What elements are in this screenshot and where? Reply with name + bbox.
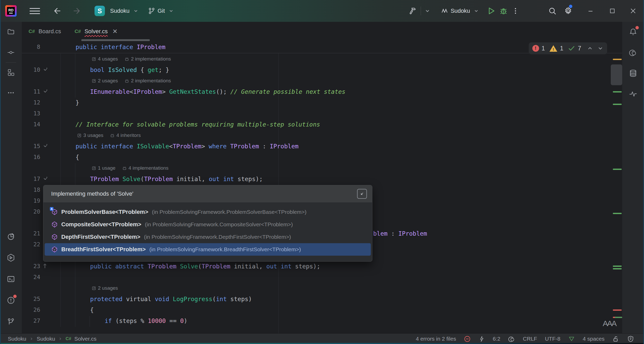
open-as-toolwindow-button[interactable] [357, 189, 367, 199]
line-number: 15 [22, 141, 40, 152]
project-toolwindow-button[interactable] [4, 24, 18, 39]
code-vision-hint[interactable]: 1 usage4 implementations [22, 163, 622, 174]
code-line[interactable]: 15public interface ISolvable<TProblem> w… [22, 141, 622, 152]
line-number: 10 [22, 64, 40, 75]
breadcrumb-file[interactable]: Solver.cs [74, 336, 96, 342]
code-line[interactable]: 10bool IsSolved { get; } [22, 64, 622, 75]
back-button[interactable] [52, 6, 61, 15]
run-button[interactable] [487, 4, 495, 18]
error-summary[interactable]: 4 errors in 2 files [416, 336, 456, 342]
fold-marker-icon[interactable] [43, 176, 48, 181]
error-stripe-mark[interactable] [613, 213, 622, 214]
chevron-down-icon [133, 8, 138, 14]
tab-close-icon[interactable]: ✕ [112, 28, 118, 35]
editor-scrollbar-thumb[interactable] [611, 64, 622, 85]
error-stripe-mark[interactable] [613, 104, 622, 105]
error-stripe-mark[interactable] [613, 169, 622, 170]
build-options-chevron[interactable] [425, 4, 430, 18]
popup-item-depthfirstsolver[interactable]: DepthFirstSolver<TProblem>(in ProblemSol… [45, 231, 371, 243]
code-line[interactable]: 26{ [22, 305, 622, 315]
terminal-toolwindow-button[interactable] [4, 272, 18, 286]
line-ending[interactable]: CRLF [523, 336, 537, 342]
inspections-widget[interactable]: ! 1 ! 1 7 [529, 42, 607, 54]
breadcrumb-item[interactable]: Sudoku [8, 336, 26, 342]
popup-item-breadthfirstsolver[interactable]: BreadthFirstSolver<TProblem>(in ProblemS… [45, 243, 371, 256]
project-widget[interactable]: S Sudoku [95, 4, 140, 18]
code-line[interactable]: 24 [22, 272, 622, 283]
code-line[interactable]: 12} [22, 97, 622, 108]
breadcrumb-item[interactable]: Sudoku [37, 336, 55, 342]
maximize-button[interactable] [605, 4, 620, 18]
code-line[interactable]: 14// Interface for solvable problems req… [22, 119, 622, 130]
commit-toolwindow-button[interactable] [4, 45, 18, 60]
no-entry-icon[interactable] [464, 335, 471, 342]
fold-marker-icon[interactable] [43, 89, 48, 94]
profiler-toolwindow-button[interactable] [4, 229, 18, 244]
tab-solver-cs[interactable]: C# Solver.cs ✕ [68, 22, 124, 41]
code-vision-hint[interactable]: 2 usages2 implementations [22, 75, 622, 86]
debug-button[interactable] [499, 4, 508, 18]
stripe-divider [6, 62, 16, 63]
lock-icon[interactable] [612, 335, 619, 342]
fold-marker-icon[interactable] [43, 67, 48, 72]
more-toolwindows-button[interactable] [4, 85, 18, 100]
code-vision-hint[interactable]: 4 usages2 implementations [22, 54, 622, 64]
code-line[interactable]: 16{ [22, 152, 622, 163]
close-button[interactable] [626, 4, 640, 18]
error-stripe-mark[interactable] [613, 309, 622, 311]
implementations-popup: Implementing methods of 'Solve' AProblem… [43, 185, 372, 262]
ai-assistant-button[interactable] [626, 45, 640, 60]
more-actions-button[interactable] [512, 4, 519, 18]
ai-status-icon[interactable] [508, 335, 515, 342]
tab-board-cs[interactable]: C# Board.cs [22, 22, 68, 41]
code-vision-hint[interactable]: 3 usages4 inheritors [22, 130, 622, 141]
line-number: 14 [22, 119, 40, 130]
prev-problem-chevron[interactable] [587, 45, 593, 51]
git-toolwindow-button[interactable] [4, 314, 18, 329]
tab-label: Board.cs [38, 28, 61, 35]
caret-position[interactable]: 6:2 [493, 336, 500, 342]
unit-tests-toolwindow-button[interactable] [4, 250, 18, 265]
popup-item-compositesolver[interactable]: CompositeSolver<TProblem>(in ProblemSolv… [45, 218, 371, 231]
structure-toolwindow-button[interactable] [4, 65, 18, 80]
fold-marker-icon[interactable] [43, 263, 48, 269]
line-number: 12 [22, 97, 40, 108]
encoding[interactable]: UTF-8 [545, 336, 560, 342]
code-vision-hint[interactable]: 2 usages [22, 283, 622, 294]
code-line[interactable]: 11IEnumerable<IProblem> GetNextStates();… [22, 86, 622, 97]
error-stripe-mark[interactable] [613, 268, 622, 269]
error-stripe-mark[interactable] [613, 59, 622, 60]
highlighting-level-icon[interactable] [568, 335, 575, 342]
chevron-right-icon [58, 337, 62, 341]
database-button[interactable] [626, 66, 640, 81]
main-menu-button[interactable] [30, 6, 40, 16]
code-line[interactable]: 17TProblem Solve(TProblem initial, out i… [22, 174, 622, 184]
vcs-widget[interactable]: Git [148, 4, 175, 18]
minimize-button[interactable] [583, 4, 598, 18]
tab-scrollbar-thumb[interactable] [81, 39, 150, 41]
power-save-icon[interactable] [479, 336, 485, 342]
popup-item-problemsolverbase[interactable]: AProblemSolverBase<TProblem>(in ProblemS… [45, 206, 371, 218]
line-number: 26 [22, 305, 40, 315]
code-line[interactable]: 13 [22, 108, 622, 119]
shield-icon[interactable] [627, 335, 634, 342]
problems-toolwindow-button[interactable] [4, 293, 18, 308]
indent-setting[interactable]: 4 spaces [583, 336, 605, 342]
code-line[interactable]: 25protected virtual void LogProgress(int… [22, 294, 622, 305]
line-number: 18 [22, 184, 40, 195]
code-line[interactable]: 23public abstract TProblem Solve(TProble… [22, 261, 622, 272]
popup-title: Implementing methods of 'Solve' [51, 190, 133, 197]
forward-button[interactable] [73, 6, 82, 15]
code-line[interactable]: 27if (steps % 10000 == 0) [22, 315, 622, 326]
run-config-widget[interactable]: Sudoku [441, 4, 480, 18]
build-button[interactable] [409, 4, 417, 18]
class-icon [51, 246, 58, 253]
notifications-button[interactable] [626, 24, 640, 39]
fold-marker-icon[interactable] [43, 143, 48, 149]
monitoring-button[interactable] [626, 87, 640, 101]
error-stripe-mark[interactable] [613, 266, 622, 267]
settings-button[interactable] [564, 4, 573, 18]
next-problem-chevron[interactable] [597, 45, 603, 51]
error-stripe-mark[interactable] [613, 91, 622, 92]
search-everywhere-button[interactable] [548, 4, 557, 18]
